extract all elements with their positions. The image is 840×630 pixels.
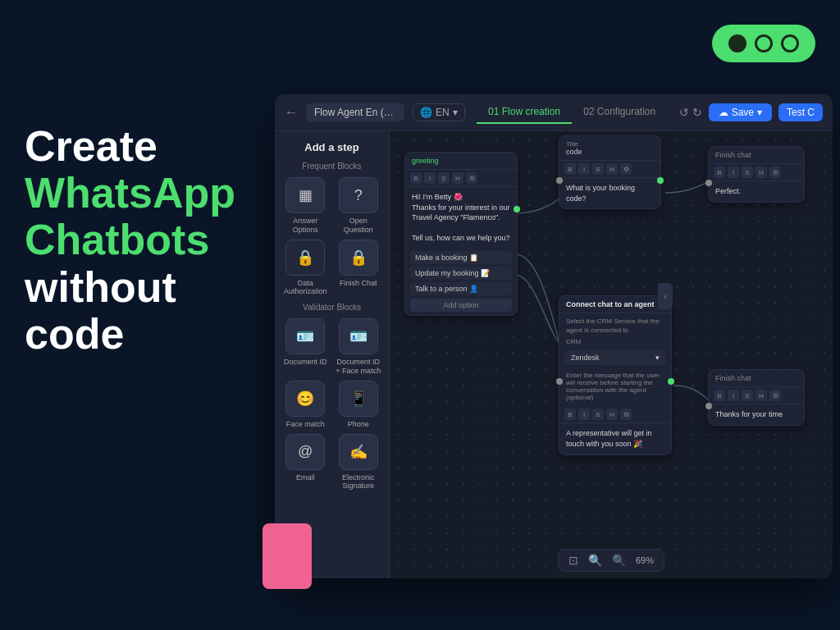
- header-btn[interactable]: H: [606, 163, 618, 175]
- settings-btn[interactable]: ⚙: [769, 167, 781, 178]
- settings-btn[interactable]: ⚙: [769, 390, 781, 401]
- tab-configuration[interactable]: 02 Configuration: [572, 101, 667, 124]
- block-signature[interactable]: ✍ Electronic Signature: [335, 434, 383, 491]
- block-phone[interactable]: 📱 Phone: [335, 381, 383, 429]
- dropdown-arrow: ▾: [655, 354, 660, 362]
- data-auth-icon: 🔒: [285, 240, 325, 276]
- header-btn[interactable]: H: [756, 167, 767, 178]
- finish2-content: Thanks for your time: [709, 404, 804, 425]
- back-button[interactable]: ←: [285, 105, 298, 120]
- header-btn[interactable]: H: [756, 390, 767, 401]
- sidebar: Add a step Frequent Blocks ▦ Answer Opti…: [275, 131, 390, 578]
- block-open-question[interactable]: ? Open Question: [335, 177, 383, 235]
- finish2-header: Finish chat: [709, 370, 804, 387]
- greeting-output-dot: [514, 206, 520, 212]
- italic-btn[interactable]: I: [578, 163, 590, 175]
- bold-btn[interactable]: B: [564, 163, 576, 175]
- finish1-content: Perfect.: [709, 181, 804, 202]
- finish1-input-dot: [705, 180, 712, 186]
- logo-dot-3: [781, 34, 799, 52]
- open-question-label: Open Question: [335, 217, 383, 235]
- signature-label: Electronic Signature: [335, 473, 383, 491]
- logo-dot-1: [728, 34, 746, 52]
- strike-btn[interactable]: S: [438, 172, 450, 184]
- signature-icon: ✍: [339, 434, 378, 470]
- validator-blocks-label: Validator Blocks: [281, 303, 382, 312]
- block-document-id[interactable]: 🪪 Document ID: [281, 318, 330, 376]
- zoom-out-tool[interactable]: 🔍: [612, 554, 626, 567]
- connect-node-toolbar: B I S H ⚙: [559, 406, 671, 423]
- strike-btn[interactable]: S: [592, 409, 604, 420]
- connect-agent-node[interactable]: Connect chat to an agent Select the CRM …: [559, 295, 672, 455]
- redo-icon[interactable]: ↻: [692, 106, 702, 119]
- document-id-label: Document ID: [284, 358, 327, 367]
- sidebar-toggle[interactable]: ‹: [658, 283, 673, 309]
- code-node[interactable]: Title code B I S H ⚙ What is your bookin…: [559, 135, 661, 209]
- test-button[interactable]: Test C: [778, 103, 823, 121]
- connect-node-content: A representative will get in touch with …: [559, 423, 671, 454]
- bold-btn[interactable]: B: [410, 172, 422, 184]
- finish-chat-node-2[interactable]: Finish chat B I S H ⚙ Thanks for your ti…: [708, 369, 805, 426]
- undo-redo: ↺ ↻: [679, 106, 702, 119]
- save-button[interactable]: ☁ Save ▾: [709, 103, 772, 121]
- italic-btn[interactable]: I: [424, 172, 436, 184]
- document-face-icon: 🪪: [339, 318, 378, 354]
- italic-btn[interactable]: I: [728, 167, 739, 178]
- hero-section: Create WhatsApp Chatbots without code: [25, 123, 262, 358]
- bold-btn[interactable]: B: [564, 409, 576, 420]
- italic-btn[interactable]: I: [728, 390, 739, 401]
- add-option-button[interactable]: Add option: [410, 299, 512, 312]
- zoom-level: 69%: [636, 555, 654, 565]
- code-output-dot: [657, 177, 664, 184]
- tab-flow-creation[interactable]: 01 Flow creation: [477, 101, 572, 124]
- undo-icon[interactable]: ↺: [679, 106, 689, 119]
- strike-btn[interactable]: S: [742, 167, 753, 178]
- flow-canvas[interactable]: greeting B I S H ⚙ Hi! I'm Betty 🌺Thanks…: [390, 131, 833, 578]
- code-node-header: Title code: [559, 136, 660, 161]
- app-body: Add a step Frequent Blocks ▦ Answer Opti…: [275, 131, 833, 578]
- greeting-node-toolbar: B I S H ⚙: [405, 170, 517, 187]
- email-label: Email: [296, 473, 315, 482]
- option-booking[interactable]: Make a booking 📋: [410, 251, 512, 264]
- code-input-dot: [556, 177, 563, 184]
- finish-chat-node-1[interactable]: Finish chat B I S H ⚙ Perfect.: [708, 146, 805, 203]
- italic-btn[interactable]: I: [578, 409, 590, 420]
- app-header: ← Flow Agent En (No bo 🌐 EN ▾ 01 Flow cr…: [275, 94, 833, 131]
- option-update[interactable]: Update my booking 📝: [410, 267, 512, 280]
- option-person[interactable]: Talk to a person 👤: [410, 282, 512, 295]
- block-data-auth[interactable]: 🔒 Data Authorization: [281, 240, 330, 297]
- settings-btn[interactable]: ⚙: [620, 409, 632, 420]
- settings-btn[interactable]: ⚙: [466, 172, 477, 184]
- header-btn[interactable]: H: [452, 172, 463, 184]
- document-face-label: Document ID + Face match: [335, 358, 383, 376]
- frequent-blocks-grid: ▦ Answer Options ? Open Question 🔒 Data …: [281, 177, 382, 296]
- strike-btn[interactable]: S: [742, 390, 753, 401]
- bold-btn[interactable]: B: [714, 390, 725, 401]
- hero-line1: Create: [25, 123, 262, 170]
- settings-btn[interactable]: ⚙: [620, 163, 632, 175]
- fit-screen-tool[interactable]: ⊡: [568, 554, 578, 567]
- block-finish-chat-sidebar[interactable]: 🔒 Finish Chat: [335, 240, 383, 297]
- finish-chat-icon: 🔒: [339, 240, 378, 276]
- block-face-match[interactable]: 😊 Face match: [281, 381, 330, 429]
- finish2-input-dot: [705, 403, 712, 409]
- hero-line4: without: [25, 264, 262, 311]
- phone-label: Phone: [348, 420, 369, 429]
- canvas-toolbar: ⊡ 🔍 🔍 69%: [558, 549, 664, 572]
- language-selector[interactable]: 🌐 EN ▾: [413, 103, 465, 121]
- flow-title[interactable]: Flow Agent En (No bo: [306, 103, 404, 121]
- block-answer-options[interactable]: ▦ Answer Options: [281, 177, 330, 235]
- hero-line2: WhatsApp: [25, 170, 262, 217]
- zoom-in-tool[interactable]: 🔍: [588, 554, 602, 567]
- document-id-icon: 🪪: [285, 318, 325, 354]
- greeting-node[interactable]: greeting B I S H ⚙ Hi! I'm Betty 🌺Thanks…: [404, 152, 518, 316]
- block-document-face[interactable]: 🪪 Document ID + Face match: [335, 318, 383, 376]
- bold-btn[interactable]: B: [714, 167, 725, 178]
- crm-dropdown[interactable]: Zendesk ▾: [564, 350, 666, 365]
- answer-options-label: Answer Options: [281, 217, 330, 235]
- strike-btn[interactable]: S: [592, 163, 604, 175]
- block-email[interactable]: @ Email: [281, 434, 330, 491]
- header-btn[interactable]: H: [606, 409, 618, 420]
- connect-output-dot: [668, 378, 674, 385]
- sidebar-title: Add a step: [281, 141, 382, 153]
